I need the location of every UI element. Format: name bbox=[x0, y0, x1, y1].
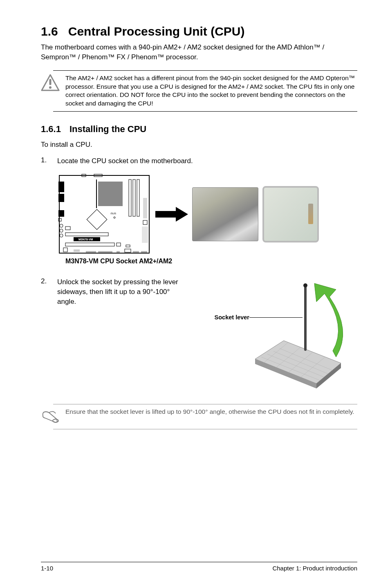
svg-rect-6 bbox=[58, 182, 64, 192]
warning-icon bbox=[41, 74, 61, 93]
step-number: 1. bbox=[41, 156, 57, 166]
svg-rect-33 bbox=[117, 251, 120, 253]
chapter-label: Chapter 1: Product introduction bbox=[272, 565, 357, 572]
svg-rect-29 bbox=[63, 248, 67, 252]
figure-row: /SUS M3N78-VM bbox=[57, 173, 357, 255]
svg-rect-20 bbox=[142, 227, 148, 243]
svg-rect-31 bbox=[86, 251, 96, 253]
svg-point-52 bbox=[53, 419, 58, 422]
motherboard-diagram: /SUS M3N78-VM bbox=[57, 173, 151, 255]
svg-rect-8 bbox=[58, 210, 64, 217]
warning-note: The AM2+ / AM2 socket has a different pi… bbox=[53, 70, 357, 112]
step-1: 1. Locate the CPU socket on the motherbo… bbox=[41, 156, 357, 166]
subsection-title: Installing the CPU bbox=[69, 124, 146, 134]
socket-lever-illustration bbox=[247, 277, 349, 392]
intro-paragraph: The motherboard comes with a 940-pin AM2… bbox=[41, 43, 357, 62]
hand-note-icon bbox=[41, 408, 61, 426]
svg-rect-36 bbox=[133, 251, 139, 253]
page-footer: 1-10 Chapter 1: Product introduction bbox=[41, 562, 357, 572]
cpu-chip-photo bbox=[262, 186, 319, 242]
step-number: 2. bbox=[41, 277, 57, 306]
svg-rect-35 bbox=[126, 245, 130, 247]
svg-rect-30 bbox=[74, 249, 80, 252]
step-text: Unlock the socket by pressing the lever … bbox=[57, 277, 188, 306]
svg-rect-28 bbox=[117, 243, 121, 246]
socket-lever-label: Socket lever bbox=[188, 314, 249, 321]
svg-rect-18 bbox=[143, 198, 147, 218]
svg-marker-38 bbox=[155, 207, 188, 222]
subsection-heading: 1.6.1Installing the CPU bbox=[41, 124, 357, 135]
svg-rect-17 bbox=[137, 180, 139, 216]
svg-point-11 bbox=[60, 229, 63, 232]
svg-rect-34 bbox=[125, 249, 131, 252]
svg-point-51 bbox=[303, 283, 307, 287]
svg-text:/SUS: /SUS bbox=[110, 212, 116, 215]
svg-rect-27 bbox=[65, 243, 114, 246]
section-number: 1.6 bbox=[41, 25, 58, 38]
svg-rect-15 bbox=[129, 180, 131, 216]
svg-point-10 bbox=[60, 224, 63, 227]
tip-note: Ensure that the socket lever is lifted u… bbox=[53, 404, 357, 429]
step-2: 2. Unlock the socket by pressing the lev… bbox=[41, 277, 188, 306]
cpu-socket-photo bbox=[192, 187, 258, 241]
page-number: 1-10 bbox=[41, 565, 53, 572]
svg-rect-19 bbox=[143, 220, 147, 224]
tip-text: Ensure that the socket lever is lifted u… bbox=[65, 408, 354, 416]
svg-point-22 bbox=[114, 217, 115, 218]
svg-rect-24 bbox=[65, 227, 70, 230]
svg-rect-7 bbox=[58, 194, 64, 202]
svg-point-2 bbox=[49, 86, 52, 89]
svg-rect-21 bbox=[87, 209, 107, 229]
svg-rect-50 bbox=[304, 285, 307, 351]
section-heading: 1.6 Central Processing Unit (CPU) bbox=[41, 25, 357, 38]
svg-rect-16 bbox=[133, 180, 135, 216]
subsection-number: 1.6.1 bbox=[41, 124, 69, 135]
svg-point-12 bbox=[60, 234, 63, 237]
svg-rect-37 bbox=[141, 251, 147, 253]
svg-rect-25 bbox=[65, 233, 108, 236]
section-title: Central Processing Unit (CPU) bbox=[68, 25, 245, 38]
svg-rect-1 bbox=[49, 79, 52, 85]
svg-rect-14 bbox=[96, 180, 97, 208]
warning-text: The AM2+ / AM2 socket has a different pi… bbox=[65, 74, 357, 108]
figure-caption: M3N78-VM CPU Socket AM2+/AM2 bbox=[65, 258, 357, 265]
svg-rect-13 bbox=[98, 182, 123, 206]
lever-figure: Socket lever bbox=[188, 277, 357, 400]
board-model-label: M3N78-VM bbox=[78, 238, 93, 241]
step-text: Locate the CPU socket on the motherboard… bbox=[57, 156, 357, 166]
svg-rect-32 bbox=[98, 251, 112, 253]
install-intro: To install a CPU. bbox=[41, 141, 357, 149]
arrow-icon bbox=[155, 206, 188, 222]
